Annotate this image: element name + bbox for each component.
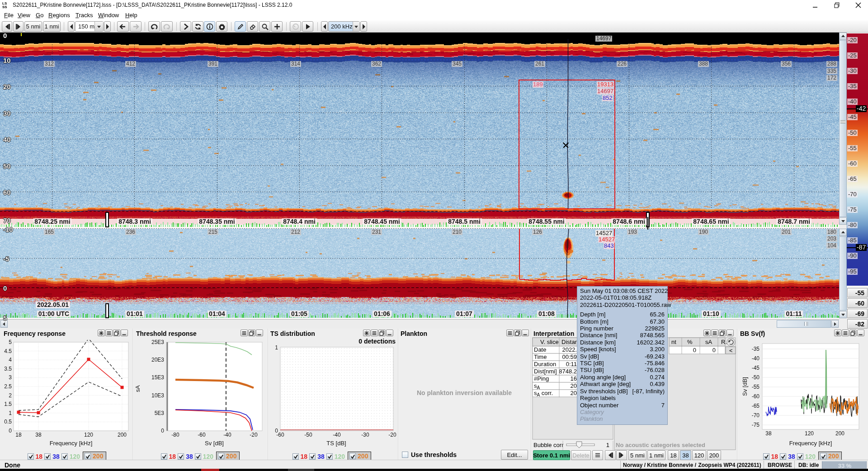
svg-text:00:59: 00:59 xyxy=(562,353,577,360)
svg-text:20E3: 20E3 xyxy=(151,357,164,363)
svg-text:-40: -40 xyxy=(752,355,760,362)
svg-text:5E3: 5E3 xyxy=(155,410,165,416)
svg-text:sA: sA xyxy=(134,385,141,392)
svg-text:-45: -45 xyxy=(752,365,760,371)
svg-text:sA: sA xyxy=(705,339,712,345)
svg-text:-50: -50 xyxy=(304,432,312,438)
svg-text:0: 0 xyxy=(161,428,164,434)
svg-text:Bubble corr: Bubble corr xyxy=(533,442,564,448)
svg-text:0:11: 0:11 xyxy=(566,361,577,367)
svg-text:20: 20 xyxy=(571,382,577,389)
svg-text:Sv [dB]: Sv [dB] xyxy=(741,377,748,396)
svg-text:-60: -60 xyxy=(752,393,760,400)
svg-text:-50: -50 xyxy=(752,374,760,381)
svg-text:Sv [dB]: Sv [dB] xyxy=(205,440,224,447)
svg-text:1.5: 1.5 xyxy=(4,401,12,407)
svg-text:-20: -20 xyxy=(250,432,258,438)
svg-text:2022.: 2022. xyxy=(562,346,577,353)
svg-text:38: 38 xyxy=(35,432,42,438)
svg-text:2.5: 2.5 xyxy=(4,383,12,390)
svg-text:Duration: Duration xyxy=(534,361,556,367)
svg-text:3: 3 xyxy=(9,374,12,381)
svg-text:5: 5 xyxy=(9,340,12,345)
svg-text:-65: -65 xyxy=(752,403,760,409)
svg-text:4: 4 xyxy=(9,357,12,363)
svg-text:0.5: 0.5 xyxy=(4,419,12,425)
svg-text:4.5: 4.5 xyxy=(4,348,12,354)
svg-text:2: 2 xyxy=(9,392,12,399)
svg-text:3.5: 3.5 xyxy=(4,366,12,372)
svg-text:-30: -30 xyxy=(361,432,369,438)
svg-text:Distan: Distan xyxy=(561,339,578,345)
svg-text:-75: -75 xyxy=(752,422,760,428)
svg-text:0: 0 xyxy=(693,347,696,353)
svg-text:-70: -70 xyxy=(752,412,760,419)
svg-text:0: 0 xyxy=(712,347,716,353)
svg-text:15E3: 15E3 xyxy=(151,374,164,381)
svg-text:8748.2: 8748.2 xyxy=(559,368,577,375)
svg-text:Date: Date xyxy=(534,346,546,353)
svg-text:-35: -35 xyxy=(752,346,760,352)
svg-text:25E3: 25E3 xyxy=(151,340,164,345)
svg-text:-40: -40 xyxy=(223,432,231,438)
svg-text:10E3: 10E3 xyxy=(151,392,164,399)
svg-text:16: 16 xyxy=(571,375,577,382)
svg-text:200: 200 xyxy=(118,432,127,438)
svg-text:Time: Time xyxy=(534,353,547,360)
svg-text:18: 18 xyxy=(15,432,22,438)
svg-text:1: 1 xyxy=(275,344,278,351)
svg-text:Dist[nmi]: Dist[nmi] xyxy=(534,368,557,375)
svg-text:TS [dB]: TS [dB] xyxy=(326,440,346,447)
svg-text:200: 200 xyxy=(835,430,844,437)
svg-text:-20: -20 xyxy=(388,432,396,438)
svg-text:Frequency [kHz]: Frequency [kHz] xyxy=(789,440,832,447)
svg-text:-40: -40 xyxy=(333,432,341,438)
svg-text:120: 120 xyxy=(805,430,814,437)
svg-text:-55: -55 xyxy=(752,384,760,390)
svg-text:SS: SS xyxy=(2,5,7,9)
svg-text:1: 1 xyxy=(606,442,609,448)
svg-text:nt: nt xyxy=(671,339,676,345)
svg-text:-80: -80 xyxy=(171,432,179,438)
svg-text:1: 1 xyxy=(9,410,12,416)
svg-text:%: % xyxy=(687,339,693,345)
svg-text:-60: -60 xyxy=(198,432,206,438)
svg-text:No acoustic categories selecte: No acoustic categories selected xyxy=(616,442,705,448)
svg-text:<: < xyxy=(729,347,733,354)
svg-text:38: 38 xyxy=(765,430,772,437)
svg-text:Frequency [kHz]: Frequency [kHz] xyxy=(50,440,93,447)
svg-text:V. slice: V. slice xyxy=(540,339,559,345)
svg-text:sA corr.: sA corr. xyxy=(534,390,553,397)
svg-text:-60: -60 xyxy=(276,432,284,438)
svg-text:120: 120 xyxy=(84,432,93,438)
svg-text:#Ping: #Ping xyxy=(534,375,549,382)
svg-text:20: 20 xyxy=(571,390,577,396)
svg-text:0: 0 xyxy=(9,428,12,434)
